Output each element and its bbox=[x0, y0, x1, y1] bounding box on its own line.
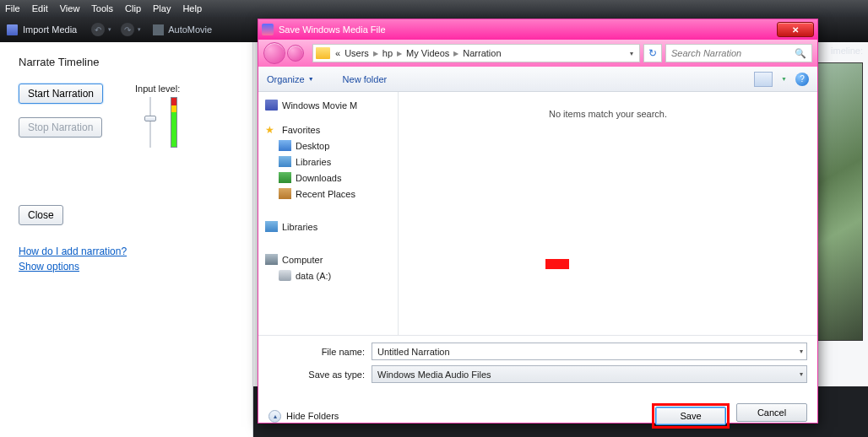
menu-view[interactable]: View bbox=[60, 3, 80, 13]
menu-file[interactable]: File bbox=[5, 3, 20, 13]
highlight-marker bbox=[545, 259, 569, 269]
savetype-label: Save as type: bbox=[269, 370, 372, 380]
refresh-button[interactable]: ↻ bbox=[643, 44, 662, 62]
menu-clip[interactable]: Clip bbox=[125, 3, 141, 13]
narration-panel: Narrate Timeline Start Narration Stop Na… bbox=[0, 42, 253, 437]
automovie-label: AutoMovie bbox=[168, 24, 212, 35]
dropdown-icon[interactable]: ▾ bbox=[800, 370, 803, 378]
link-show-options[interactable]: Show options bbox=[19, 261, 234, 272]
tree-favorites[interactable]: ★Favorites bbox=[265, 121, 394, 138]
save-highlight: Save bbox=[652, 403, 730, 429]
recent-icon bbox=[279, 188, 291, 199]
search-placeholder: Search Narration bbox=[671, 48, 741, 58]
computer-icon bbox=[265, 254, 278, 265]
import-media-label: Import Media bbox=[23, 24, 77, 35]
help-button[interactable]: ? bbox=[795, 73, 809, 86]
automovie-button[interactable]: AutoMovie bbox=[153, 24, 212, 35]
app-icon bbox=[262, 24, 274, 35]
star-icon: ★ bbox=[265, 124, 278, 135]
save-button[interactable]: Save bbox=[655, 407, 726, 425]
preview-thumbnail bbox=[816, 62, 863, 341]
level-meter bbox=[171, 97, 177, 148]
nav-row: « Users▶ hp▶ My Videos▶ Narration ▾ ↻ Se… bbox=[258, 40, 817, 67]
tree-computer[interactable]: Computer bbox=[265, 251, 394, 267]
menu-edit[interactable]: Edit bbox=[32, 3, 48, 13]
input-level-slider[interactable] bbox=[135, 97, 165, 165]
start-narration-button[interactable]: Start Narration bbox=[19, 84, 103, 104]
file-list[interactable]: No items match your search. bbox=[399, 92, 817, 335]
tree-wmm[interactable]: Windows Movie M bbox=[265, 97, 394, 113]
libraries-icon bbox=[265, 221, 278, 232]
breadcrumb-hp[interactable]: hp bbox=[382, 48, 393, 58]
downloads-icon bbox=[279, 172, 291, 183]
tree-downloads[interactable]: Downloads bbox=[265, 170, 394, 186]
libraries-icon bbox=[279, 156, 291, 167]
drive-icon bbox=[279, 270, 291, 281]
import-media-button[interactable]: Import Media bbox=[7, 24, 77, 35]
breadcrumb-narration[interactable]: Narration bbox=[463, 48, 501, 58]
menu-help[interactable]: Help bbox=[182, 3, 202, 13]
search-input[interactable]: Search Narration 🔍 bbox=[665, 44, 812, 62]
tree-recent[interactable]: Recent Places bbox=[265, 186, 394, 202]
address-dropdown-icon[interactable]: ▾ bbox=[627, 50, 637, 57]
nav-back-button[interactable] bbox=[263, 42, 285, 64]
tree-libraries[interactable]: Libraries bbox=[265, 154, 394, 170]
dialog-footer: ▴ Hide Folders Save Cancel bbox=[258, 388, 817, 429]
redo-button[interactable]: ↷ bbox=[121, 23, 134, 36]
tree-libraries-root[interactable]: Libraries bbox=[265, 218, 394, 235]
automovie-icon bbox=[153, 24, 164, 35]
empty-message: No items match your search. bbox=[399, 109, 817, 119]
search-icon: 🔍 bbox=[795, 48, 806, 59]
tree-drive-a[interactable]: data (A:) bbox=[265, 267, 394, 283]
cancel-button[interactable]: Cancel bbox=[736, 403, 807, 422]
organize-menu[interactable]: Organize▼ bbox=[267, 74, 314, 84]
address-bar[interactable]: « Users▶ hp▶ My Videos▶ Narration ▾ bbox=[312, 44, 640, 62]
breadcrumb-myvideos[interactable]: My Videos bbox=[406, 48, 449, 58]
film-icon bbox=[265, 100, 278, 111]
stop-narration-button[interactable]: Stop Narration bbox=[19, 117, 102, 138]
timeline-label: imeline: bbox=[831, 46, 863, 56]
hide-folders-button[interactable]: ▴ Hide Folders bbox=[269, 410, 339, 423]
filename-label: File name: bbox=[269, 347, 372, 357]
dialog-titlebar[interactable]: Save Windows Media File ✕ bbox=[258, 19, 817, 40]
desktop-icon bbox=[279, 140, 291, 151]
menu-tools[interactable]: Tools bbox=[91, 3, 113, 13]
menu-play[interactable]: Play bbox=[153, 3, 171, 13]
nav-tree: Windows Movie M ★Favorites Desktop Libra… bbox=[258, 92, 399, 335]
filename-input[interactable]: Untitled Narration▾ bbox=[372, 343, 807, 360]
undo-button[interactable]: ↶ bbox=[91, 23, 105, 36]
command-bar: Organize▼ New folder ▼ ? bbox=[258, 67, 817, 92]
film-icon bbox=[7, 24, 18, 35]
view-button[interactable] bbox=[754, 72, 773, 87]
link-add-narration[interactable]: How do I add narration? bbox=[19, 245, 234, 257]
folder-icon bbox=[316, 47, 330, 59]
savetype-select[interactable]: Windows Media Audio Files▾ bbox=[372, 365, 807, 383]
dialog-close-button[interactable]: ✕ bbox=[777, 22, 814, 37]
new-folder-button[interactable]: New folder bbox=[343, 74, 388, 84]
chevron-up-icon: ▴ bbox=[269, 410, 281, 423]
dialog-title: Save Windows Media File bbox=[279, 24, 386, 35]
tree-desktop[interactable]: Desktop bbox=[265, 138, 394, 154]
narration-title: Narrate Timeline bbox=[19, 56, 234, 68]
dialog-fields: File name: Untitled Narration▾ Save as t… bbox=[258, 335, 817, 383]
menu-bar: File Edit View Tools Clip Play Help bbox=[0, 0, 868, 17]
nav-forward-button[interactable] bbox=[287, 45, 304, 62]
save-dialog: Save Windows Media File ✕ « Users▶ hp▶ M… bbox=[258, 19, 818, 424]
breadcrumb-users[interactable]: Users bbox=[340, 48, 369, 58]
input-level-label: Input level: bbox=[135, 84, 180, 94]
slider-thumb[interactable] bbox=[144, 116, 156, 121]
close-button[interactable]: Close bbox=[19, 205, 63, 225]
dropdown-icon[interactable]: ▾ bbox=[800, 348, 803, 355]
